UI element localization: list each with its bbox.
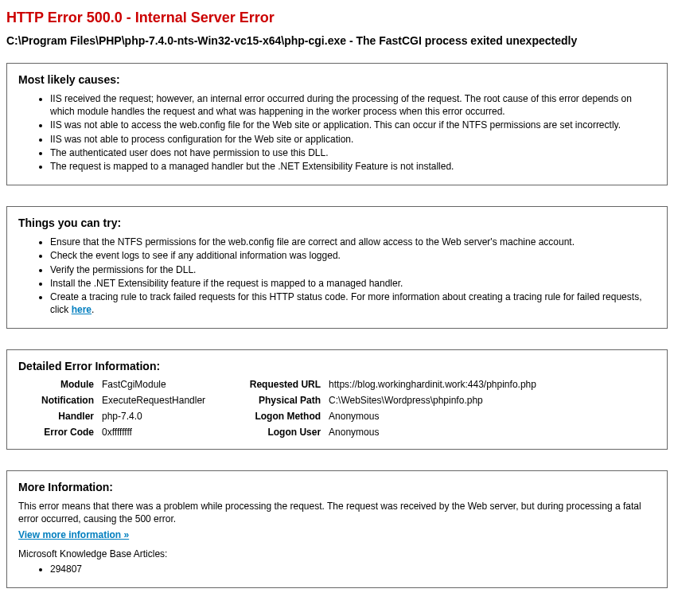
here-link[interactable]: here — [72, 304, 92, 315]
logon-user-value: Anonymous — [329, 427, 536, 438]
notification-label: Notification — [18, 395, 102, 406]
list-item: IIS was not able to process configuratio… — [50, 133, 656, 146]
errorcode-value: 0xffffffff — [102, 427, 205, 438]
things-you-can-try-panel: Things you can try: Ensure that the NTFS… — [6, 206, 668, 329]
list-item: Verify the permissions for the DLL. — [50, 263, 656, 276]
detail-right-column: Requested URL https://blog.workinghardin… — [237, 379, 536, 438]
view-more-information-link[interactable]: View more information » — [18, 529, 129, 540]
detail-heading: Detailed Error Information: — [18, 360, 656, 372]
error-subtitle: C:\Program Files\PHP\php-7.4.0-nts-Win32… — [6, 34, 668, 47]
physical-path-value: C:\WebSites\Wordpress\phpinfo.php — [329, 395, 536, 406]
list-item: The authenticated user does not have per… — [50, 146, 656, 159]
error-title: HTTP Error 500.0 - Internal Server Error — [6, 10, 668, 26]
tries-last-prefix: Create a tracing rule to track failed re… — [50, 291, 641, 315]
list-item: IIS received the request; however, an in… — [50, 92, 656, 118]
tries-heading: Things you can try: — [18, 216, 656, 229]
causes-list: IIS received the request; however, an in… — [18, 92, 656, 173]
requested-url-label: Requested URL — [237, 379, 329, 390]
module-value: FastCgiModule — [102, 379, 205, 390]
physical-path-label: Physical Path — [237, 395, 329, 406]
logon-user-label: Logon User — [237, 427, 329, 438]
logon-method-label: Logon Method — [237, 411, 329, 422]
logon-method-value: Anonymous — [329, 411, 536, 422]
causes-heading: Most likely causes: — [18, 73, 656, 86]
detail-left-column: Module FastCgiModule Notification Execut… — [18, 379, 205, 438]
kb-articles-label: Microsoft Knowledge Base Articles: — [18, 548, 656, 559]
tries-last-suffix: . — [92, 304, 94, 315]
detailed-error-information-panel: Detailed Error Information: Module FastC… — [6, 349, 668, 450]
handler-label: Handler — [18, 411, 102, 422]
list-item: Install the .NET Extensibility feature i… — [50, 277, 656, 290]
list-item: Create a tracing rule to track failed re… — [50, 290, 656, 316]
most-likely-causes-panel: Most likely causes: IIS received the req… — [6, 63, 668, 185]
more-text: This error means that there was a proble… — [18, 500, 656, 525]
list-item: IIS was not able to access the web.confi… — [50, 119, 656, 131]
tries-list: Ensure that the NTFS permissions for the… — [18, 236, 656, 316]
module-label: Module — [18, 379, 102, 390]
list-item: Ensure that the NTFS permissions for the… — [50, 236, 656, 248]
kb-list: 294807 — [18, 563, 656, 575]
errorcode-label: Error Code — [18, 427, 102, 438]
requested-url-value: https://blog.workinghardinit.work:443/ph… — [329, 379, 536, 390]
handler-value: php-7.4.0 — [102, 411, 205, 422]
list-item: The request is mapped to a managed handl… — [50, 160, 656, 173]
more-heading: More Information: — [18, 481, 656, 493]
list-item: Check the event logs to see if any addit… — [50, 249, 656, 262]
list-item: 294807 — [50, 563, 656, 575]
more-information-panel: More Information: This error means that … — [6, 470, 668, 588]
notification-value: ExecuteRequestHandler — [102, 395, 205, 406]
